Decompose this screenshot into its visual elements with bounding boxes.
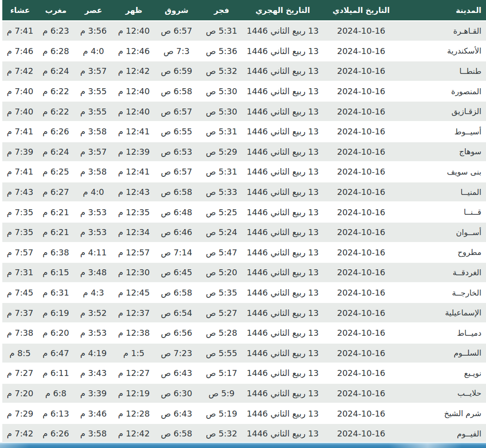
- cell-dhuhr: 12:40 م: [113, 20, 155, 41]
- table-row: الخارجــة2024-10-1613 ربيع الثاني 14465:…: [2, 282, 486, 303]
- cell-dhuhr: 12:35 م: [113, 201, 155, 222]
- column-header-city: المدينة: [402, 0, 486, 20]
- cell-maghrib: 6:15 م: [38, 262, 74, 282]
- cell-fajr: 5:17 ص: [198, 363, 245, 383]
- footer-bar: [0, 442, 486, 448]
- cell-isha: 7:35 م: [2, 201, 38, 222]
- table-row: نويـبع2024-10-1613 ربيع الثاني 14465:17 …: [2, 363, 486, 383]
- cell-gregorian_date: 2024-10-16: [321, 182, 402, 202]
- cell-city: شرم الشيخ: [402, 403, 486, 423]
- cell-gregorian_date: 2024-10-16: [321, 121, 402, 141]
- cell-asr: 3:57 م: [74, 141, 113, 162]
- cell-sunrise: 7:3 ص: [155, 41, 198, 61]
- cell-maghrib: 6:24 م: [38, 61, 74, 81]
- cell-asr: 4:0 م: [74, 41, 113, 61]
- prayer-times-table: المدينةالتاريخ الميلاديالتاريخ الهجريفجر…: [2, 0, 486, 443]
- cell-city: المنصورة: [402, 81, 486, 101]
- cell-isha: 7:42 م: [2, 61, 38, 81]
- cell-hijri_date: 13 ربيع الثاني 1446: [245, 121, 321, 141]
- table-row: الأسكندرية2024-10-1613 ربيع الثاني 14465…: [2, 41, 486, 61]
- cell-city: طنطــا: [402, 61, 486, 81]
- cell-fajr: 5:55 ص: [198, 343, 245, 363]
- table-row: حلايــب2024-10-1613 ربيع الثاني 14465:9 …: [2, 383, 486, 403]
- cell-fajr: 5:30 ص: [198, 101, 245, 121]
- cell-gregorian_date: 2024-10-16: [321, 282, 402, 303]
- cell-fajr: 5:24 ص: [198, 222, 245, 242]
- cell-gregorian_date: 2024-10-16: [321, 141, 402, 162]
- cell-city: دميــاط: [402, 322, 486, 343]
- cell-city: سوهاج: [402, 141, 486, 162]
- cell-fajr: 5:29 ص: [198, 141, 245, 162]
- cell-city: القـاهـرة: [402, 20, 486, 41]
- cell-maghrib: 6:38 م: [38, 242, 74, 262]
- cell-dhuhr: 1:5 م: [113, 343, 155, 363]
- cell-sunrise: 6:58 ص: [155, 182, 198, 202]
- cell-sunrise: 6:43 ص: [155, 403, 198, 423]
- cell-asr: 3:56 م: [74, 20, 113, 41]
- table-row: الغردقــة2024-10-1613 ربيع الثاني 14465:…: [2, 262, 486, 282]
- cell-isha: 7:41 م: [2, 161, 38, 182]
- cell-hijri_date: 13 ربيع الثاني 1446: [245, 403, 321, 423]
- cell-sunrise: 6:55 ص: [155, 121, 198, 141]
- column-header-gregorian_date: التاريخ الميلادي: [321, 0, 402, 20]
- cell-asr: 4:0 م: [74, 182, 113, 202]
- cell-fajr: 5:31 ص: [198, 20, 245, 41]
- cell-city: الفيــوم: [402, 423, 486, 443]
- cell-hijri_date: 13 ربيع الثاني 1446: [245, 41, 321, 61]
- cell-hijri_date: 13 ربيع الثاني 1446: [245, 322, 321, 343]
- cell-city: الخارجــة: [402, 282, 486, 303]
- table-row: المنيــا2024-10-1613 ربيع الثاني 14465:3…: [2, 182, 486, 202]
- cell-hijri_date: 13 ربيع الثاني 1446: [245, 363, 321, 383]
- cell-city: الزقـازيق: [402, 101, 486, 121]
- cell-city: الأسكندرية: [402, 41, 486, 61]
- cell-gregorian_date: 2024-10-16: [321, 61, 402, 81]
- cell-isha: 7:42 م: [2, 423, 38, 443]
- cell-maghrib: 6:8 م: [38, 383, 74, 403]
- cell-sunrise: 6:58 ص: [155, 423, 198, 443]
- cell-fajr: 5:27 ص: [198, 302, 245, 322]
- cell-city: حلايــب: [402, 383, 486, 403]
- table-row: دميــاط2024-10-1613 ربيع الثاني 14465:28…: [2, 322, 486, 343]
- cell-city: قــنــا: [402, 201, 486, 222]
- cell-fajr: 5:36 ص: [198, 41, 245, 61]
- cell-isha: 7:39 م: [2, 141, 38, 162]
- cell-fajr: 5:25 ص: [198, 201, 245, 222]
- cell-maghrib: 6:47 م: [38, 343, 74, 363]
- cell-isha: 7:37 م: [2, 302, 38, 322]
- cell-gregorian_date: 2024-10-16: [321, 322, 402, 343]
- cell-dhuhr: 12:40 م: [113, 81, 155, 101]
- cell-hijri_date: 13 ربيع الثاني 1446: [245, 302, 321, 322]
- cell-asr: 3:58 م: [74, 423, 113, 443]
- cell-city: مطروح: [402, 242, 486, 262]
- table-row: السلــوم2024-10-1613 ربيع الثاني 14465:5…: [2, 343, 486, 363]
- cell-fajr: 5:30 ص: [198, 81, 245, 101]
- cell-dhuhr: 12:40 م: [113, 101, 155, 121]
- cell-gregorian_date: 2024-10-16: [321, 403, 402, 423]
- cell-hijri_date: 13 ربيع الثاني 1446: [245, 343, 321, 363]
- cell-fajr: 5:28 ص: [198, 322, 245, 343]
- cell-sunrise: 6:57 ص: [155, 161, 198, 182]
- cell-hijri_date: 13 ربيع الثاني 1446: [245, 242, 321, 262]
- column-header-asr: عصر: [74, 0, 113, 20]
- cell-maghrib: 6:19 م: [38, 302, 74, 322]
- cell-maghrib: 6:31 م: [38, 282, 74, 303]
- cell-hijri_date: 13 ربيع الثاني 1446: [245, 20, 321, 41]
- cell-dhuhr: 12:30 م: [113, 262, 155, 282]
- cell-sunrise: 6:30 ص: [155, 383, 198, 403]
- cell-gregorian_date: 2024-10-16: [321, 41, 402, 61]
- cell-isha: 7:29 م: [2, 403, 38, 423]
- table-row: طنطــا2024-10-1613 ربيع الثاني 14465:32 …: [2, 61, 486, 81]
- cell-hijri_date: 13 ربيع الثاني 1446: [245, 101, 321, 121]
- cell-isha: 7:45 م: [2, 282, 38, 303]
- cell-asr: 3:53 م: [74, 222, 113, 242]
- cell-gregorian_date: 2024-10-16: [321, 302, 402, 322]
- cell-maghrib: 6:25 م: [38, 161, 74, 182]
- cell-hijri_date: 13 ربيع الثاني 1446: [245, 423, 321, 443]
- cell-hijri_date: 13 ربيع الثاني 1446: [245, 222, 321, 242]
- cell-hijri_date: 13 ربيع الثاني 1446: [245, 81, 321, 101]
- cell-isha: 7:40 م: [2, 81, 38, 101]
- cell-fajr: 5:35 ص: [198, 282, 245, 303]
- table-row: أســوان2024-10-1613 ربيع الثاني 14465:24…: [2, 222, 486, 242]
- cell-asr: 3:46 م: [74, 403, 113, 423]
- table-row: القـاهـرة2024-10-1613 ربيع الثاني 14465:…: [2, 20, 486, 41]
